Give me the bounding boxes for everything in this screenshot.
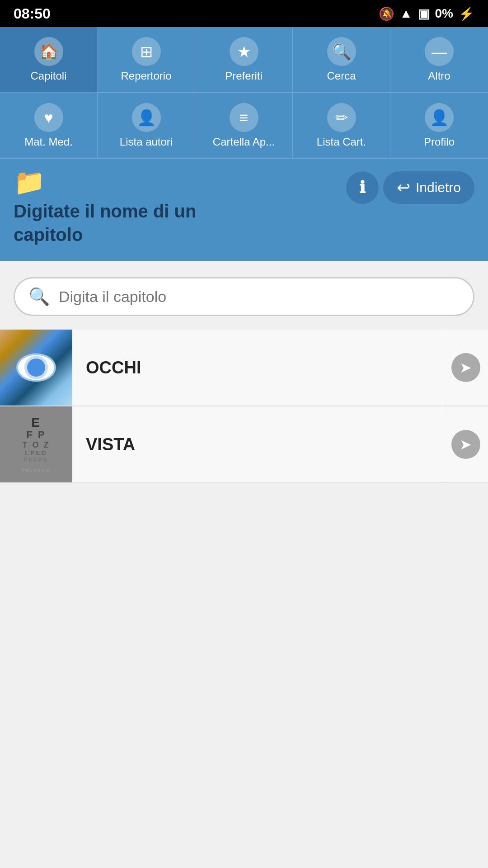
vista-content: VISTA bbox=[72, 406, 443, 482]
wifi-icon: ▲ bbox=[400, 6, 413, 21]
chart-line-5: PECFD bbox=[23, 457, 49, 462]
nav-repertorio-label: Repertorio bbox=[121, 70, 171, 82]
top-nav-row1: 🏠 Capitoli ⊞ Repertorio ★ Preferiti 🔍 Ce… bbox=[0, 27, 488, 93]
nav-capitoli-label: Capitoli bbox=[30, 70, 66, 82]
nav-lista-cart-label: Lista Cart. bbox=[317, 136, 366, 148]
nav-preferiti-label: Preferiti bbox=[225, 70, 263, 82]
back-button[interactable]: ↩ Indietro bbox=[383, 171, 474, 204]
nav-mat-med[interactable]: ♥ Mat. Med. bbox=[0, 93, 98, 159]
header-title: Digitate il nome di un capitolo bbox=[14, 199, 249, 246]
nav-cartella-ap[interactable]: ≡ Cartella Ap... bbox=[195, 93, 293, 159]
battery-label: 0% bbox=[435, 6, 453, 21]
back-arrow-icon: ↩ bbox=[397, 178, 410, 197]
occhi-arrow[interactable]: ➤ bbox=[443, 330, 488, 406]
nav-lista-autori[interactable]: 👤 Lista autori bbox=[98, 93, 195, 159]
person-icon: 👤 bbox=[132, 103, 161, 132]
vista-arrow[interactable]: ➤ bbox=[443, 406, 488, 482]
grid-icon: ⊞ bbox=[132, 37, 161, 66]
chart-line-1: E bbox=[31, 416, 41, 429]
nav-capitoli[interactable]: 🏠 Capitoli bbox=[0, 27, 98, 93]
nav-cerca-label: Cerca bbox=[327, 70, 356, 82]
profile-icon: 👤 bbox=[425, 103, 454, 132]
bottom-area bbox=[0, 483, 488, 868]
arrow-circle-icon: ➤ bbox=[451, 353, 480, 382]
search-section: 🔍 bbox=[0, 261, 488, 330]
arrow-circle-icon-2: ➤ bbox=[451, 430, 480, 459]
search-input[interactable] bbox=[59, 288, 460, 306]
nav-repertorio[interactable]: ⊞ Repertorio bbox=[98, 27, 195, 93]
eye-photo bbox=[0, 330, 72, 406]
folder-icon: 📁 bbox=[14, 170, 249, 195]
bell-muted-icon: 🔕 bbox=[379, 6, 394, 21]
nav-altro[interactable]: — Altro bbox=[390, 27, 488, 93]
nav-lista-autori-label: Lista autori bbox=[120, 136, 173, 148]
pencil-icon: ✏ bbox=[327, 103, 356, 132]
back-button-label: Indietro bbox=[416, 180, 461, 195]
search-box: 🔍 bbox=[14, 277, 474, 316]
list-item-vista[interactable]: E F P T O Z LPED PECFD EDFCZP FELOPZD VI… bbox=[0, 406, 488, 483]
battery-icon: ⚡ bbox=[459, 6, 474, 21]
nav-cartella-ap-label: Cartella Ap... bbox=[213, 136, 275, 148]
top-nav-row2: ♥ Mat. Med. 👤 Lista autori ≡ Cartella Ap… bbox=[0, 93, 488, 159]
status-time: 08:50 bbox=[14, 5, 51, 22]
minus-icon: — bbox=[425, 37, 454, 66]
list-item-occhi[interactable]: OCCHI ➤ bbox=[0, 330, 488, 406]
chart-line-7: FELOPZD bbox=[22, 469, 51, 473]
chart-line-3: T O Z bbox=[23, 441, 50, 449]
info-button[interactable]: ℹ bbox=[346, 171, 379, 204]
chart-line-2: F P bbox=[26, 430, 46, 440]
home-icon: 🏠 bbox=[34, 37, 63, 66]
star-icon: ★ bbox=[230, 37, 258, 66]
chart-line-6: EDFCZP bbox=[23, 463, 49, 468]
status-icons: 🔕 ▲ ▣ 0% ⚡ bbox=[379, 6, 474, 21]
nav-profilo-label: Profilo bbox=[424, 136, 455, 148]
nav-preferiti[interactable]: ★ Preferiti bbox=[195, 27, 293, 93]
search-box-icon: 🔍 bbox=[28, 287, 50, 307]
nav-altro-label: Altro bbox=[428, 70, 450, 82]
list-icon: ≡ bbox=[230, 103, 258, 132]
nav-lista-cart[interactable]: ✏ Lista Cart. bbox=[293, 93, 390, 159]
header-left: 📁 Digitate il nome di un capitolo bbox=[14, 170, 249, 246]
chart-line-4: LPED bbox=[25, 450, 47, 456]
signal-icon: ▣ bbox=[418, 6, 430, 21]
header-buttons: ℹ ↩ Indietro bbox=[346, 171, 474, 204]
status-bar: 08:50 🔕 ▲ ▣ 0% ⚡ bbox=[0, 0, 488, 27]
header-section: 📁 Digitate il nome di un capitolo ℹ ↩ In… bbox=[0, 159, 488, 261]
search-icon: 🔍 bbox=[327, 37, 356, 66]
occhi-content: OCCHI bbox=[72, 330, 443, 406]
occhi-image bbox=[0, 330, 72, 406]
eye-chart-photo: E F P T O Z LPED PECFD EDFCZP FELOPZD bbox=[0, 406, 72, 482]
occhi-title: OCCHI bbox=[86, 358, 141, 377]
heart-icon: ♥ bbox=[34, 103, 63, 132]
vista-image: E F P T O Z LPED PECFD EDFCZP FELOPZD bbox=[0, 406, 72, 482]
nav-cerca[interactable]: 🔍 Cerca bbox=[293, 27, 390, 93]
nav-profilo[interactable]: 👤 Profilo bbox=[390, 93, 488, 159]
nav-mat-med-label: Mat. Med. bbox=[24, 136, 73, 148]
list-section: OCCHI ➤ E F P T O Z LPED PECFD EDFCZP FE… bbox=[0, 330, 488, 483]
vista-title: VISTA bbox=[86, 435, 135, 454]
